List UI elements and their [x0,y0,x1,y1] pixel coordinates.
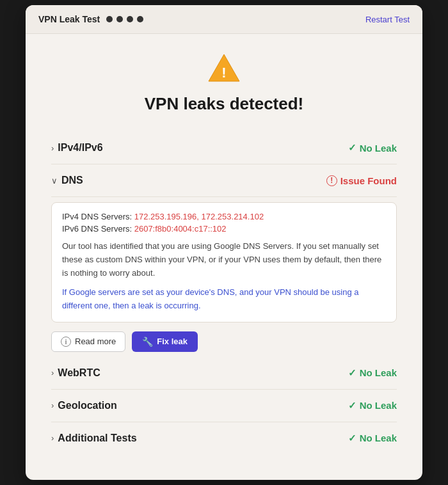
wrench-icon: 🔧 [142,337,153,347]
dns-description-1: Our tool has identified that you are usi… [62,240,386,280]
section-ipv4ipv6-left: › IPv4/IPv6 [51,142,103,154]
section-dns-header: ∨ DNS ! Issue Found [51,164,397,197]
checkmark-additional-icon: ✓ [348,433,356,444]
status-dns-label: Issue Found [340,175,397,186]
dns-ipv6-servers: 2607:f8b0:4004:c17::102 [134,224,227,234]
svg-text:!: ! [221,65,226,81]
section-dns-container: ∨ DNS ! Issue Found IPv4 DNS Servers: 17… [51,164,397,352]
title-bar: VPN Leak Test Restart Test [26,5,422,34]
dns-description-2-highlight: If Google servers are set as your device… [62,287,359,310]
read-more-label: Read more [75,337,116,346]
section-webrtc-label: WebRTC [58,367,100,379]
dot-2 [116,16,123,22]
issue-circle-icon: ! [326,175,337,186]
title-bar-left: VPN Leak Test [38,14,143,24]
section-dns-left: ∨ DNS [51,175,83,186]
status-dns: ! Issue Found [326,175,397,186]
status-additional-label: No Leak [360,433,397,443]
title-bar-dots [106,16,143,22]
chevron-dns[interactable]: ∨ [51,176,58,186]
dot-3 [127,16,133,22]
status-geolocation-label: No Leak [360,400,397,411]
dot-4 [137,16,143,22]
section-dns-label: DNS [61,175,83,186]
page-title: VPN leaks detected! [51,94,397,114]
section-geolocation-left: › Geolocation [51,400,117,411]
chevron-geolocation[interactable]: › [51,401,54,410]
dns-detail-box: IPv4 DNS Servers: 172.253.195.196, 172.2… [51,202,397,322]
chevron-ipv4ipv6[interactable]: › [51,143,54,153]
status-geolocation: ✓ No Leak [348,400,397,411]
dns-actions: i Read more 🔧 Fix leak [51,331,397,352]
dns-ipv6-label: IPv6 DNS Servers: [62,224,134,234]
warning-icon-wrap: ! [51,53,397,83]
chevron-additional[interactable]: › [51,433,54,443]
section-geolocation: › Geolocation ✓ No Leak [51,390,397,422]
info-icon: i [61,337,71,347]
warning-icon: ! [207,53,241,83]
dot-1 [106,16,113,22]
checkmark-webrtc-icon: ✓ [348,367,356,379]
section-geolocation-label: Geolocation [58,400,116,411]
section-additional: › Additional Tests ✓ No Leak [51,422,397,454]
chevron-webrtc[interactable]: › [51,368,54,378]
status-webrtc: ✓ No Leak [348,367,397,379]
checkmark-geolocation-icon: ✓ [348,400,356,411]
dns-ipv4-line: IPv4 DNS Servers: 172.253.195.196, 172.2… [62,212,386,221]
section-ipv4ipv6-label: IPv4/IPv6 [58,142,102,154]
restart-test-button[interactable]: Restart Test [365,15,410,24]
read-more-button[interactable]: i Read more [51,331,125,352]
dns-ipv4-servers: 172.253.195.196, 172.253.214.102 [134,212,264,221]
fix-leak-button[interactable]: 🔧 Fix leak [132,331,198,352]
dns-ipv4-label: IPv4 DNS Servers: [62,212,134,221]
section-webrtc-left: › WebRTC [51,367,100,379]
dns-ipv6-line: IPv6 DNS Servers: 2607:f8b0:4004:c17::10… [62,224,386,234]
status-webrtc-label: No Leak [360,367,397,378]
status-ipv4ipv6: ✓ No Leak [348,142,397,154]
fix-leak-label: Fix leak [157,337,188,346]
section-webrtc: › WebRTC ✓ No Leak [51,357,397,390]
app-window: VPN Leak Test Restart Test ! VPN leaks d… [26,5,422,480]
dns-description-2: If Google servers are set as your device… [62,286,386,313]
status-additional: ✓ No Leak [348,433,397,444]
section-additional-label: Additional Tests [58,433,136,444]
main-content: ! VPN leaks detected! › IPv4/IPv6 ✓ No L… [26,34,422,480]
section-ipv4ipv6: › IPv4/IPv6 ✓ No Leak [51,132,397,164]
checkmark-ipv4ipv6-icon: ✓ [348,142,356,154]
section-additional-left: › Additional Tests [51,433,137,444]
title-bar-title: VPN Leak Test [38,14,100,24]
status-ipv4ipv6-label: No Leak [360,143,397,154]
